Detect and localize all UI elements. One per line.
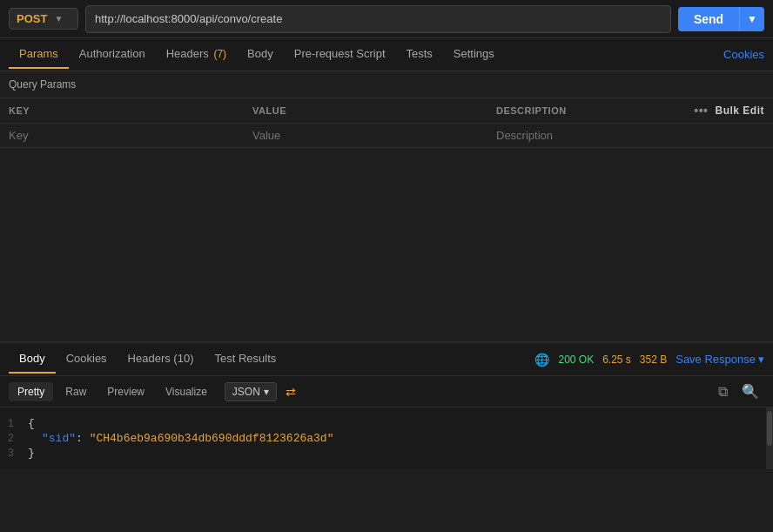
line-number-1: 1 [0,418,28,430]
response-tabs-row: Body Cookies Headers (10) Test Results 🌐… [0,343,773,376]
copy-button[interactable]: ⧉ [713,382,733,401]
send-button[interactable]: Send [678,7,739,31]
bulk-edit-button[interactable]: Bulk Edit [715,104,764,117]
status-badge: 200 OK [558,354,594,366]
globe-icon: 🌐 [534,353,549,367]
json-key-sid: "sid" [42,432,76,445]
format-bar: Pretty Raw Preview Visualize JSON ▾ ⇄ ⧉ … [0,376,773,407]
tab-body[interactable]: Body [237,40,284,69]
code-line-1: 1 { [0,416,773,431]
tab-tests[interactable]: Tests [396,40,443,69]
response-tab-test-results[interactable]: Test Results [204,345,286,374]
json-value-sid: "CH4b6eb9a690b34db690dddf8123626a3d" [90,432,334,445]
line-number-3: 3 [0,448,28,460]
cookies-link[interactable]: Cookies [723,48,764,61]
col-header-desc: DESCRIPTION ••• Bulk Edit [487,98,773,124]
tab-settings[interactable]: Settings [443,40,505,69]
url-input[interactable] [85,5,671,33]
response-size: 352 B [640,354,667,366]
response-time: 6.25 s [602,354,631,366]
fmt-tab-visualize[interactable]: Visualize [157,382,216,401]
tab-prerequest[interactable]: Pre-request Script [284,40,396,69]
code-line-2: 2 "sid": "CH4b6eb9a690b34db690dddf812362… [0,431,773,446]
params-table: KEY VALUE DESCRIPTION ••• Bulk Edit [0,98,773,148]
format-chevron-icon: ▾ [264,386,269,398]
code-brace-close: } [28,447,35,460]
tab-authorization[interactable]: Authorization [69,40,156,69]
json-colon: : [76,432,90,445]
top-bar: POST ▼ Send ▼ [0,0,773,38]
method-label: POST [17,12,47,25]
search-button[interactable]: 🔍 [736,381,764,401]
col-header-value: VALUE [244,98,487,124]
code-area[interactable]: 1 { 2 "sid": "CH4b6eb9a690b34db690dddf81… [0,407,773,469]
line-number-2: 2 [0,433,28,445]
more-options-icon[interactable]: ••• [694,104,708,118]
code-line-3: 3 } [0,446,773,461]
query-params-label: Query Params [0,71,773,98]
method-selector[interactable]: POST ▼ [9,8,78,30]
col-header-key: KEY [0,98,244,124]
send-dropdown-button[interactable]: ▼ [739,7,764,31]
description-input[interactable] [496,129,764,142]
response-stats: 🌐 200 OK 6.25 s 352 B Save Response ▾ [534,353,764,367]
save-response-chevron-icon: ▾ [758,353,764,366]
vertical-scrollbar[interactable] [766,407,773,469]
tab-headers[interactable]: Headers (7) [156,40,237,69]
upper-panel: Query Params KEY VALUE DESCRIPTION ••• B… [0,71,773,341]
code-brace-open: { [28,417,35,430]
format-label: JSON [232,386,260,398]
fmt-tab-raw[interactable]: Raw [57,382,95,401]
value-input[interactable] [252,129,479,142]
fmt-tab-pretty[interactable]: Pretty [9,382,53,401]
tab-params[interactable]: Params [9,40,69,69]
save-response-button[interactable]: Save Response ▾ [676,353,764,366]
scrollbar-thumb [767,411,772,446]
response-tab-body[interactable]: Body [9,345,56,374]
table-row [0,124,773,148]
response-tab-headers[interactable]: Headers (10) [118,345,205,374]
key-input[interactable] [9,129,235,142]
description-col-label: DESCRIPTION [496,105,567,116]
method-chevron-icon: ▼ [54,14,63,24]
wrap-button[interactable]: ⇄ [280,383,301,401]
lower-panel: Body Cookies Headers (10) Test Results 🌐… [0,343,773,469]
send-btn-group: Send ▼ [678,7,764,31]
response-tab-cookies[interactable]: Cookies [56,345,118,374]
request-tabs-row: Params Authorization Headers (7) Body Pr… [0,38,773,71]
format-dropdown[interactable]: JSON ▾ [225,382,277,401]
save-response-label: Save Response [676,353,756,366]
fmt-tab-preview[interactable]: Preview [98,382,153,401]
